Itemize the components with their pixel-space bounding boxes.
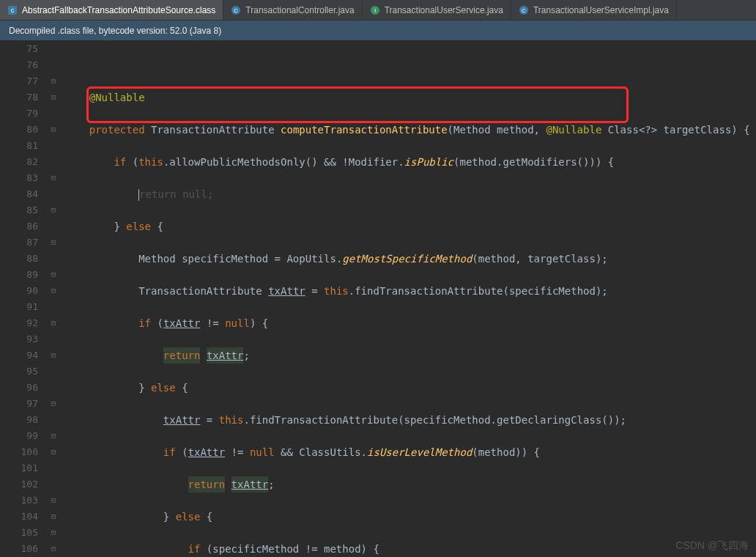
line-number: 91 — [0, 299, 38, 315]
fold-marker[interactable]: ⊟ — [42, 170, 64, 186]
fold-marker[interactable]: ⊟ — [42, 444, 64, 460]
tab-label: TransactionalUserServiceImpl.java — [533, 5, 669, 15]
code-editor[interactable]: 7576777879808182838485868788899091929394… — [0, 41, 756, 557]
line-number: 80 — [0, 122, 38, 138]
line-number: 99 — [0, 428, 38, 444]
code-line: return txAttr; — [64, 476, 756, 493]
line-number: 98 — [0, 412, 38, 428]
line-number: 75 — [0, 41, 38, 57]
line-number: 96 — [0, 380, 38, 396]
fold-marker[interactable]: ⊟ — [42, 509, 64, 525]
code-line: @Nullable — [64, 89, 756, 106]
code-line: protected TransactionAttribute computeTr… — [64, 122, 756, 138]
line-number: 85 — [0, 202, 38, 218]
fold-marker[interactable]: ⊟ — [42, 202, 64, 218]
line-number: 84 — [0, 186, 38, 202]
class-file-icon: c — [7, 5, 18, 15]
tab-label: AbstractFallbackTransactionAttributeSour… — [22, 5, 215, 15]
line-number: 103 — [0, 493, 38, 509]
line-number: 86 — [0, 218, 38, 235]
code-area[interactable]: @Nullable protected TransactionAttribute… — [64, 41, 756, 557]
line-number: 94 — [0, 347, 38, 364]
code-line: if (txAttr != null) { — [64, 315, 756, 331]
fold-marker[interactable]: ⊟ — [42, 525, 64, 541]
fold-column: ⊟ ⊟ ⊟ ⊟ ⊟ ⊟ ⊟ ⊟ ⊟ ⊟ ⊟ ⊟ ⊟ ⊟ ⊟ ⊟ ⊟ — [42, 41, 64, 557]
fold-marker[interactable]: ⊟ — [42, 283, 64, 299]
fold-marker[interactable]: ⊟ — [42, 396, 64, 412]
line-number: 89 — [0, 267, 38, 283]
line-number: 106 — [0, 541, 38, 557]
code-line: } else { — [64, 509, 756, 525]
code-line: return txAttr; — [64, 347, 756, 364]
fold-marker[interactable]: ⊟ — [42, 89, 64, 106]
code-line: if (txAttr != null && ClassUtils.isUserL… — [64, 444, 756, 460]
java-file-icon: C — [231, 5, 241, 15]
code-line: } else { — [64, 380, 756, 396]
tab-label: TransactionalUserService.java — [385, 5, 503, 15]
line-number-gutter: 7576777879808182838485868788899091929394… — [0, 41, 42, 557]
code-line — [64, 57, 756, 73]
fold-marker[interactable]: ⊟ — [42, 73, 64, 89]
line-number: 88 — [0, 251, 38, 267]
fold-marker[interactable]: ⊟ — [42, 315, 64, 331]
decompiled-banner: Decompiled .class file, bytecode version… — [0, 21, 756, 41]
line-number: 79 — [0, 106, 38, 122]
code-line: TransactionAttribute txAttr = this.findT… — [64, 283, 756, 299]
java-file-icon: C — [519, 5, 529, 15]
line-number: 97 — [0, 396, 38, 412]
fold-marker[interactable]: ⊟ — [42, 493, 64, 509]
fold-marker[interactable]: ⊟ — [42, 428, 64, 444]
java-file-icon: I — [370, 5, 380, 15]
fold-marker[interactable]: ⊟ — [42, 267, 64, 283]
tab-abstract-fallback[interactable]: c AbstractFallbackTransactionAttributeSo… — [0, 0, 223, 20]
line-number: 100 — [0, 444, 38, 460]
code-line: Method specificMethod = AopUtils.getMost… — [64, 251, 756, 267]
line-number: 87 — [0, 235, 38, 251]
line-number: 93 — [0, 331, 38, 347]
line-number: 82 — [0, 154, 38, 170]
code-line: if (this.allowPublicMethodsOnly() && !Mo… — [64, 154, 756, 170]
fold-marker[interactable]: ⊟ — [42, 347, 64, 364]
code-line: txAttr = this.findTransactionAttribute(s… — [64, 412, 756, 428]
line-number: 102 — [0, 476, 38, 493]
fold-marker[interactable]: ⊟ — [42, 541, 64, 557]
tab-label: TransactionalController.java — [245, 5, 354, 15]
line-number: 78 — [0, 89, 38, 106]
line-number: 92 — [0, 315, 38, 331]
tab-transactional-controller[interactable]: C TransactionalController.java — [223, 0, 362, 20]
line-number: 105 — [0, 525, 38, 541]
line-number: 77 — [0, 73, 38, 89]
line-number: 83 — [0, 170, 38, 186]
svg-text:c: c — [11, 7, 15, 14]
line-number: 101 — [0, 460, 38, 476]
fold-marker[interactable]: ⊟ — [42, 235, 64, 251]
tab-transactional-user-service-impl[interactable]: C TransactionalUserServiceImpl.java — [511, 0, 677, 20]
line-number: 90 — [0, 283, 38, 299]
banner-text: Decompiled .class file, bytecode version… — [9, 26, 221, 36]
code-line: if (specificMethod != method) { — [64, 541, 756, 557]
line-number: 104 — [0, 509, 38, 525]
line-number: 81 — [0, 138, 38, 154]
svg-text:C: C — [234, 7, 238, 14]
svg-text:I: I — [374, 7, 376, 14]
code-line: } else { — [64, 218, 756, 235]
line-number: 95 — [0, 364, 38, 380]
line-number: 76 — [0, 57, 38, 73]
code-line: return null; — [64, 186, 756, 202]
fold-marker[interactable]: ⊟ — [42, 122, 64, 138]
svg-text:C: C — [522, 7, 526, 14]
tab-transactional-user-service[interactable]: I TransactionalUserService.java — [363, 0, 511, 20]
editor-tabs: c AbstractFallbackTransactionAttributeSo… — [0, 0, 756, 21]
